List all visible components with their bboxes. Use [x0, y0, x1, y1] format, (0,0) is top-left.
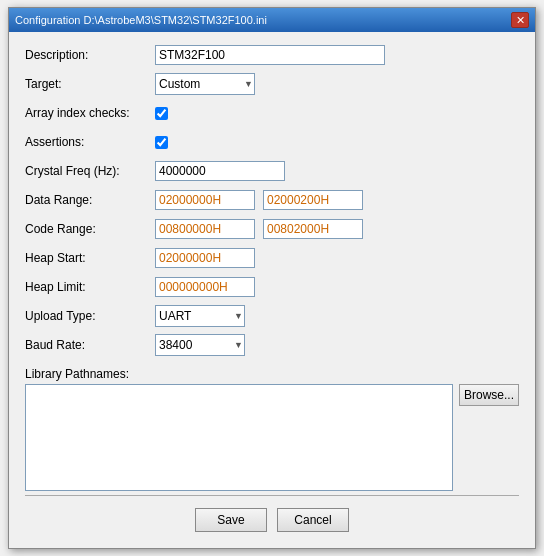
library-textarea[interactable] — [25, 384, 453, 491]
heap-start-label: Heap Start: — [25, 251, 155, 265]
data-range-start-input[interactable] — [155, 190, 255, 210]
target-select-wrapper: Custom ARM Cortex-M3 ARM Cortex-M4 ▼ — [155, 73, 255, 95]
heap-limit-input[interactable] — [155, 277, 255, 297]
baud-rate-select-wrapper: 9600 19200 38400 57600 115200 ▼ — [155, 334, 245, 356]
data-range-label: Data Range: — [25, 193, 155, 207]
description-row: Description: — [25, 44, 519, 66]
close-button[interactable]: ✕ — [511, 12, 529, 28]
upload-type-row: Upload Type: UART SWD JTAG ▼ — [25, 305, 519, 327]
data-range-inputs — [155, 190, 363, 210]
code-range-end-input[interactable] — [263, 219, 363, 239]
code-range-start-input[interactable] — [155, 219, 255, 239]
code-range-label: Code Range: — [25, 222, 155, 236]
upload-type-select-wrapper: UART SWD JTAG ▼ — [155, 305, 245, 327]
data-range-row: Data Range: — [25, 189, 519, 211]
upload-type-label: Upload Type: — [25, 309, 155, 323]
form-content: Description: Target: Custom ARM Cortex-M… — [9, 32, 535, 548]
browse-button[interactable]: Browse... — [459, 384, 519, 406]
save-button[interactable]: Save — [195, 508, 267, 532]
description-label: Description: — [25, 48, 155, 62]
crystal-freq-label: Crystal Freq (Hz): — [25, 164, 155, 178]
array-index-checkbox[interactable] — [155, 107, 168, 120]
heap-limit-row: Heap Limit: — [25, 276, 519, 298]
button-row: Save Cancel — [25, 500, 519, 536]
library-row: Browse... — [25, 384, 519, 491]
library-section: Library Pathnames: Browse... — [25, 367, 519, 491]
code-range-inputs — [155, 219, 363, 239]
assertions-checkbox[interactable] — [155, 136, 168, 149]
baud-rate-label: Baud Rate: — [25, 338, 155, 352]
assertions-row: Assertions: — [25, 131, 519, 153]
data-range-end-input[interactable] — [263, 190, 363, 210]
heap-limit-label: Heap Limit: — [25, 280, 155, 294]
title-bar: Configuration D:\AstrobeM3\STM32\STM32F1… — [9, 8, 535, 32]
window-title: Configuration D:\AstrobeM3\STM32\STM32F1… — [15, 14, 267, 26]
upload-type-select[interactable]: UART SWD JTAG — [155, 305, 245, 327]
crystal-freq-input[interactable] — [155, 161, 285, 181]
crystal-freq-row: Crystal Freq (Hz): — [25, 160, 519, 182]
assertions-label: Assertions: — [25, 135, 155, 149]
baud-rate-select[interactable]: 9600 19200 38400 57600 115200 — [155, 334, 245, 356]
divider — [25, 495, 519, 496]
heap-start-input[interactable] — [155, 248, 255, 268]
main-window: Configuration D:\AstrobeM3\STM32\STM32F1… — [8, 7, 536, 549]
code-range-row: Code Range: — [25, 218, 519, 240]
target-label: Target: — [25, 77, 155, 91]
library-label: Library Pathnames: — [25, 367, 519, 381]
target-select[interactable]: Custom ARM Cortex-M3 ARM Cortex-M4 — [155, 73, 255, 95]
target-row: Target: Custom ARM Cortex-M3 ARM Cortex-… — [25, 73, 519, 95]
array-index-label: Array index checks: — [25, 106, 155, 120]
array-index-row: Array index checks: — [25, 102, 519, 124]
heap-start-row: Heap Start: — [25, 247, 519, 269]
description-input[interactable] — [155, 45, 385, 65]
baud-rate-row: Baud Rate: 9600 19200 38400 57600 115200… — [25, 334, 519, 356]
cancel-button[interactable]: Cancel — [277, 508, 349, 532]
